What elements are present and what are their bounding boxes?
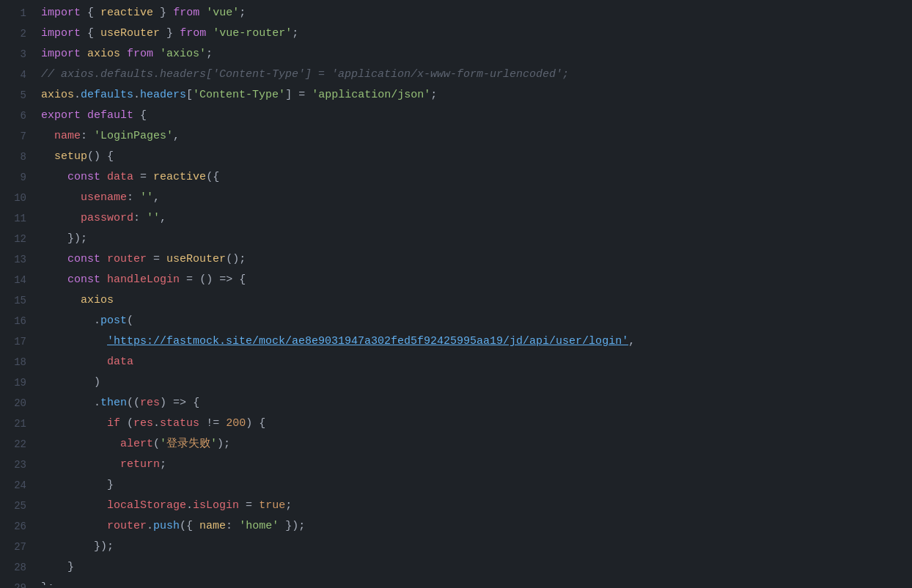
- code-line: axios.defaults.headers['Content-Type'] =…: [41, 85, 912, 106]
- token: }: [107, 479, 114, 491]
- token: 'axios': [160, 48, 206, 60]
- token: .: [186, 499, 193, 512]
- token: 'https://fastmock.site/mock/ae8e9031947a…: [107, 335, 628, 348]
- token: {: [259, 417, 265, 430]
- token: [41, 150, 54, 163]
- token: .: [94, 397, 100, 409]
- token: [41, 356, 107, 368]
- token: [100, 171, 107, 183]
- token: .: [133, 89, 140, 101]
- token: useRouter: [100, 27, 160, 40]
- token: data: [107, 356, 133, 368]
- line-number: 22: [0, 434, 26, 455]
- token: [193, 520, 199, 532]
- token: ;: [160, 458, 166, 471]
- token: [206, 27, 213, 40]
- token: localStorage: [107, 499, 186, 512]
- token: [186, 397, 193, 409]
- token: {: [193, 397, 199, 409]
- token: handleLogin: [107, 273, 180, 286]
- token: name: [199, 520, 226, 532]
- line-number: 20: [0, 393, 26, 414]
- token: const: [67, 273, 100, 286]
- line-number: 2: [0, 23, 26, 44]
- token: [41, 458, 120, 471]
- token: ;: [224, 438, 230, 450]
- line-number: 18: [0, 352, 26, 372]
- line-number: 15: [0, 290, 26, 311]
- code-line: import { useRouter } from 'vue-router';: [41, 23, 912, 44]
- token: axios: [87, 48, 120, 60]
- token: [120, 48, 127, 60]
- token: true: [259, 499, 285, 512]
- token: [41, 212, 81, 224]
- code-line: }: [41, 475, 912, 496]
- code-line: // axios.defaults.headers['Content-Type'…: [41, 65, 912, 85]
- token: [232, 273, 239, 286]
- token: (: [127, 315, 133, 327]
- token: res: [133, 417, 153, 430]
- token: :: [127, 191, 133, 204]
- token: }: [67, 561, 74, 573]
- token: [41, 315, 94, 327]
- token: [193, 273, 199, 286]
- line-number: 8: [0, 147, 26, 167]
- token: :: [133, 212, 140, 224]
- token: ): [217, 438, 224, 450]
- token: [94, 7, 100, 19]
- token: // axios.defaults.headers['Content-Type'…: [41, 68, 569, 81]
- token: =>: [173, 397, 186, 409]
- token: [41, 561, 67, 573]
- token: ]: [285, 89, 292, 101]
- token: 'vue-router': [213, 27, 292, 40]
- line-number: 26: [0, 516, 26, 537]
- token: [41, 499, 107, 512]
- line-number: 10: [0, 188, 26, 208]
- token: [41, 397, 94, 409]
- token: [87, 130, 94, 142]
- code-line: import { reactive } from 'vue';: [41, 3, 912, 23]
- token: [160, 27, 166, 40]
- token: const: [67, 253, 100, 265]
- token: isLogin: [193, 499, 239, 512]
- token: [41, 438, 120, 450]
- token: [153, 7, 160, 19]
- token: [41, 540, 94, 553]
- token: .: [94, 315, 100, 327]
- token: [41, 376, 94, 389]
- code-line: }: [41, 557, 912, 578]
- line-number: 25: [0, 496, 26, 516]
- token: [41, 520, 107, 532]
- token: import: [41, 27, 81, 40]
- token: {: [140, 109, 147, 122]
- token: [199, 7, 206, 19]
- token: ;: [285, 499, 292, 512]
- line-number: 1: [0, 3, 26, 23]
- token: ;: [292, 27, 298, 40]
- token: [133, 171, 140, 183]
- token: return: [120, 458, 160, 471]
- token: router: [107, 253, 147, 265]
- token: =: [153, 253, 160, 265]
- token: ': [160, 438, 166, 450]
- token: [160, 253, 166, 265]
- token: 'Content-Type': [193, 89, 285, 101]
- line-number: 6: [0, 106, 26, 126]
- token: name: [54, 130, 81, 142]
- token: [219, 417, 226, 430]
- code-lines: import { reactive } from 'vue';import { …: [35, 3, 912, 585]
- token: {: [87, 27, 94, 40]
- token: !=: [206, 417, 219, 430]
- token: [147, 171, 153, 183]
- token: [41, 294, 81, 306]
- code-line: .then((res) => {: [41, 393, 912, 414]
- token: [41, 335, 107, 348]
- code-line: const handleLogin = () => {: [41, 270, 912, 290]
- token: [41, 479, 107, 491]
- code-line: alert('登录失败');: [41, 434, 912, 455]
- token: [213, 273, 219, 286]
- token: ,: [153, 191, 160, 204]
- line-number: 9: [0, 167, 26, 188]
- line-number: 19: [0, 372, 26, 393]
- code-line: .post(: [41, 311, 912, 331]
